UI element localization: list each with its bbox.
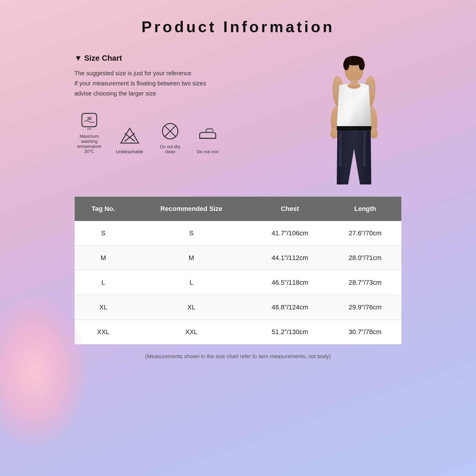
cell-recommended: M: [132, 246, 251, 270]
product-image: [312, 54, 396, 184]
cell-length: 27.6"/70cm: [329, 221, 402, 246]
cell-length: 30.7"/78cm: [329, 320, 402, 345]
cell-tag: M: [75, 246, 132, 270]
care-bleach: Unbleachable: [116, 126, 143, 154]
table-row: XXLXXL51.2"/130cm30.7"/78cm: [75, 320, 402, 345]
care-iron: Do not iron: [197, 126, 219, 154]
cell-chest: 46.5"/118cm: [251, 270, 329, 295]
care-wash: 30 Maximum washingtemperature 30℃: [74, 110, 104, 154]
dry-clean-icon: [160, 121, 181, 142]
table-row: LL46.5"/118cm28.7"/73cm: [75, 270, 402, 295]
cell-chest: 44.1"/112cm: [251, 246, 329, 270]
svg-text:30: 30: [87, 116, 92, 121]
product-image-section: [306, 54, 402, 184]
cell-tag: XL: [75, 295, 132, 320]
cell-chest: 51.2"/130cm: [251, 320, 329, 345]
svg-rect-23: [337, 126, 371, 130]
dry-clean-label: Do not dry clean: [155, 144, 185, 154]
table-row: MM44.1"/112cm28.0"/71cm: [75, 246, 402, 270]
desc-line-1: The suggested size is just for your refe…: [74, 68, 289, 78]
svg-marker-4: [121, 128, 139, 143]
page-title: Product Information: [74, 18, 402, 36]
bleach-icon: [119, 126, 140, 147]
cell-recommended: XL: [132, 295, 251, 320]
cell-recommended: XXL: [132, 320, 251, 345]
svg-point-14: [359, 60, 365, 70]
wash-label: Maximum washingtemperature 30℃: [74, 134, 104, 154]
col-header-recommended: Recommended Size: [132, 197, 251, 221]
desc-line-2: If your measurement is floating between …: [74, 78, 289, 88]
cell-chest: 48.8"/124cm: [251, 295, 329, 320]
page-wrapper: Product Information ▼ Size Chart The sug…: [0, 0, 476, 476]
size-table: Tag No. Recommended Size Chest Length SS…: [74, 196, 402, 345]
iron-label: Do not iron: [197, 149, 219, 154]
table-row: XLXL48.8"/124cm29.9"/76cm: [75, 295, 402, 320]
left-section: ▼ Size Chart The suggested size is just …: [74, 54, 306, 169]
svg-point-13: [343, 60, 349, 70]
cell-length: 29.9"/76cm: [329, 295, 402, 320]
size-table-container: Tag No. Recommended Size Chest Length SS…: [74, 196, 402, 345]
footnote: (Measurements shown in the size chart re…: [74, 353, 402, 360]
description-block: The suggested size is just for your refe…: [74, 68, 289, 98]
col-header-chest: Chest: [251, 197, 329, 221]
cell-tag: L: [75, 270, 132, 295]
cell-recommended: L: [132, 270, 251, 295]
cell-chest: 41.7"/106cm: [251, 221, 329, 246]
wash-icon: 30: [79, 110, 100, 131]
svg-point-22: [347, 83, 361, 89]
cell-recommended: S: [132, 221, 251, 246]
care-dry-clean: Do not dry clean: [155, 121, 185, 154]
size-chart-heading: ▼ Size Chart: [74, 54, 289, 63]
table-header-row: Tag No. Recommended Size Chest Length: [75, 197, 402, 221]
col-header-tag: Tag No.: [75, 197, 132, 221]
decoration-fluff: [0, 298, 86, 446]
iron-icon: [197, 126, 218, 147]
care-icons-row: 30 Maximum washingtemperature 30℃: [74, 110, 289, 154]
col-header-length: Length: [329, 197, 402, 221]
desc-line-3: advise choosing the larger size: [74, 88, 289, 98]
svg-point-10: [212, 130, 213, 131]
cell-length: 28.0"/71cm: [329, 246, 402, 270]
cell-length: 28.7"/73cm: [329, 270, 402, 295]
content-wrapper: Product Information ▼ Size Chart The sug…: [74, 0, 402, 360]
table-row: SS41.7"/106cm27.6"/70cm: [75, 221, 402, 246]
cell-tag: S: [75, 221, 132, 246]
product-figure-svg: [312, 54, 396, 184]
bleach-label: Unbleachable: [116, 149, 143, 154]
cell-tag: XXL: [75, 320, 132, 345]
